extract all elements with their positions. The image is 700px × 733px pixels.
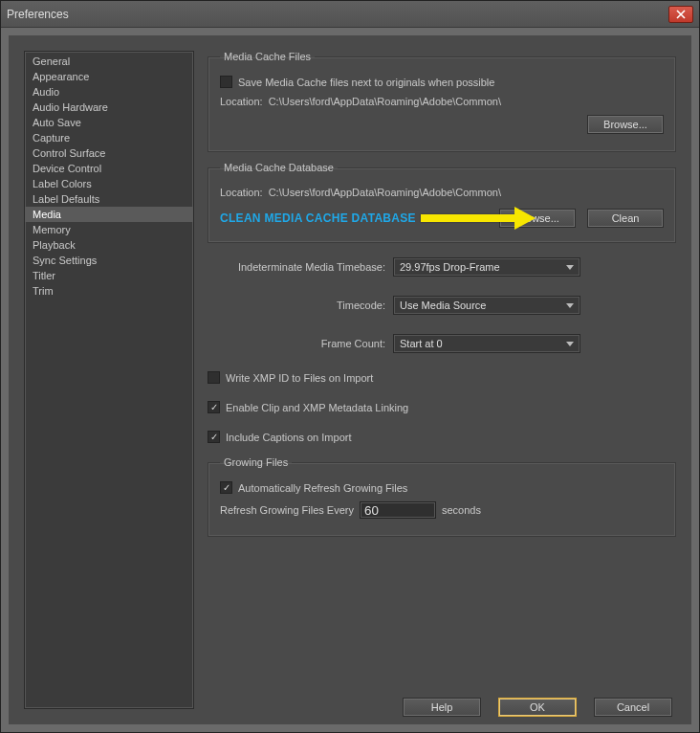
sidebar-item-auto-save[interactable]: Auto Save [25, 115, 193, 130]
include-captions-checkbox[interactable] [208, 431, 220, 443]
media-cache-files-group: Media Cache Files Save Media Cache files… [208, 51, 676, 152]
growing-files-group: Growing Files Automatically Refresh Grow… [208, 456, 676, 537]
titlebar: Preferences [1, 1, 699, 28]
timebase-select[interactable]: 29.97fps Drop-Frame [393, 257, 580, 277]
client-area: GeneralAppearanceAudioAudio HardwareAuto… [1, 28, 699, 732]
media-cache-files-legend: Media Cache Files [220, 51, 315, 62]
cache-db-location-path: C:\Users\ford\AppData\Roaming\Adobe\Comm… [269, 187, 501, 198]
cancel-button[interactable]: Cancel [594, 698, 672, 717]
clean-button[interactable]: Clean [587, 209, 664, 228]
auto-refresh-growing-checkbox[interactable] [220, 481, 232, 494]
chevron-down-icon [566, 265, 574, 270]
write-xmp-id-label: Write XMP ID to Files on Import [226, 372, 373, 384]
refresh-interval-input[interactable] [360, 501, 436, 519]
sidebar-item-device-control[interactable]: Device Control [25, 161, 193, 176]
help-button[interactable]: Help [403, 698, 481, 717]
write-xmp-id-checkbox[interactable] [208, 371, 220, 384]
preferences-window: Preferences GeneralAppearanceAudioAudio … [0, 0, 700, 733]
clean-database-callout: CLEAN MEDIA CACHE DATABASE [220, 211, 416, 225]
framecount-label: Frame Count: [208, 338, 385, 349]
close-icon [676, 10, 686, 19]
sidebar-item-sync-settings[interactable]: Sync Settings [25, 253, 193, 268]
cache-files-browse-button[interactable]: Browse... [587, 115, 664, 134]
sidebar-item-playback[interactable]: Playback [25, 237, 193, 253]
cache-db-location-label: Location: [220, 187, 263, 198]
sidebar-item-audio-hardware[interactable]: Audio Hardware [25, 100, 193, 115]
sidebar-item-label-colors[interactable]: Label Colors [25, 176, 193, 191]
refresh-every-suffix: seconds [442, 504, 481, 516]
sidebar-item-media[interactable]: Media [25, 207, 193, 222]
growing-files-legend: Growing Files [220, 456, 292, 468]
window-title: Preferences [7, 8, 668, 21]
timebase-label: Indeterminate Media Timebase: [208, 261, 385, 273]
close-button[interactable] [668, 6, 693, 23]
sidebar-item-control-surface[interactable]: Control Surface [25, 145, 193, 161]
chevron-down-icon [566, 303, 574, 308]
timebase-value: 29.97fps Drop-Frame [400, 261, 500, 273]
save-next-to-originals-label: Save Media Cache files next to originals… [238, 77, 494, 88]
enable-clip-xmp-linking-label: Enable Clip and XMP Metadata Linking [226, 402, 408, 413]
media-cache-database-group: Media Cache Database Location: C:\Users\… [208, 162, 676, 243]
cache-files-location-path: C:\Users\ford\AppData\Roaming\Adobe\Comm… [269, 96, 501, 107]
timecode-select[interactable]: Use Media Source [393, 296, 580, 315]
save-next-to-originals-checkbox[interactable] [220, 76, 232, 88]
chevron-down-icon [566, 342, 574, 346]
sidebar-item-capture[interactable]: Capture [25, 130, 193, 145]
sidebar-item-label-defaults[interactable]: Label Defaults [25, 191, 193, 207]
dialog-footer: Help OK Cancel [9, 698, 691, 717]
framecount-select[interactable]: Start at 0 [393, 334, 580, 353]
sidebar-item-trim[interactable]: Trim [25, 283, 193, 299]
cache-db-browse-button[interactable]: Browse... [499, 209, 576, 228]
framecount-value: Start at 0 [400, 338, 443, 349]
auto-refresh-growing-label: Automatically Refresh Growing Files [238, 482, 407, 494]
timecode-value: Use Media Source [400, 300, 487, 311]
sidebar-item-appearance[interactable]: Appearance [25, 69, 193, 84]
sidebar-item-memory[interactable]: Memory [25, 222, 193, 237]
settings-panel: Media Cache Files Save Media Cache files… [208, 51, 676, 709]
category-sidebar: GeneralAppearanceAudioAudio HardwareAuto… [24, 51, 194, 709]
cache-files-location-label: Location: [220, 96, 263, 107]
enable-clip-xmp-linking-checkbox[interactable] [208, 401, 220, 413]
include-captions-label: Include Captions on Import [226, 432, 351, 443]
media-cache-database-legend: Media Cache Database [220, 162, 338, 173]
timecode-label: Timecode: [208, 300, 385, 311]
ok-button[interactable]: OK [498, 698, 577, 717]
refresh-every-prefix: Refresh Growing Files Every [220, 504, 354, 516]
sidebar-item-titler[interactable]: Titler [25, 268, 193, 283]
sidebar-item-audio[interactable]: Audio [25, 84, 193, 100]
sidebar-item-general[interactable]: General [25, 54, 193, 69]
